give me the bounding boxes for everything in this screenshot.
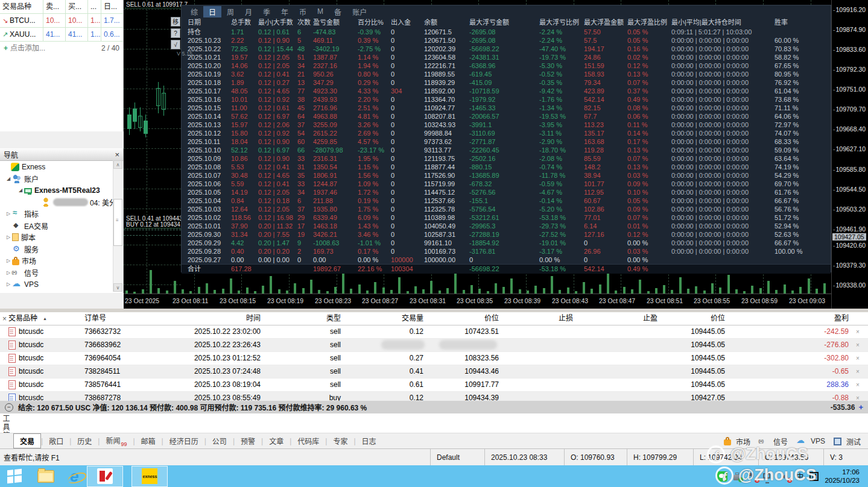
position-row[interactable]: btcusdc7366839622025.10.22 23:26:43sell1…	[0, 339, 868, 352]
market-watch-column-header[interactable]: ...	[88, 0, 101, 13]
trade-column-header[interactable]: 订单号	[71, 312, 184, 325]
toolbox-quick-信号[interactable]: 信号	[759, 436, 788, 447]
trade-column-header[interactable]: 价位	[662, 312, 730, 325]
market-watch-column-header[interactable]: 买...	[66, 0, 88, 13]
toolbox-tab-公司[interactable]: 公司	[206, 434, 233, 448]
internet-explorer-icon[interactable]: e	[70, 468, 78, 484]
tree-expand-icon[interactable]: ◢	[5, 176, 12, 181]
toolbox-tab-历史[interactable]: 历史	[71, 434, 98, 448]
tree-expand-icon[interactable]: ▷	[5, 281, 12, 287]
file-explorer-icon[interactable]	[37, 470, 54, 483]
toolbox-tab-代码库[interactable]: 代码库	[291, 434, 325, 448]
navigator-item[interactable]: ▷VPS	[0, 278, 123, 291]
navigator-item[interactable]: ▷指标	[0, 208, 123, 220]
trade-column-header[interactable]: 交易品种▲	[0, 312, 71, 325]
tree-expand-icon[interactable]: ◢	[17, 187, 24, 193]
navigator-item[interactable]: 服务	[0, 244, 123, 256]
help-button[interactable]: ?	[171, 28, 180, 38]
close-position-icon[interactable]: ×	[854, 379, 868, 391]
scroll-up-icon[interactable]: ∧	[113, 160, 122, 169]
trade-column-header[interactable]: 盈利	[730, 312, 854, 325]
toolbox-quick-测试[interactable]: 测试	[834, 436, 861, 447]
market-watch-column-header[interactable]: 交易品种	[0, 0, 43, 13]
chart-period-季[interactable]: 季	[258, 6, 276, 17]
volume-muted-icon[interactable]: x	[779, 471, 790, 482]
close-position-icon[interactable]: ×	[854, 325, 868, 338]
chart-period-日[interactable]: 日	[203, 6, 221, 17]
toolbox-tab-交易[interactable]: 交易	[13, 433, 41, 448]
chart-period-月[interactable]: 月	[239, 6, 258, 17]
trade-column-header[interactable]: 时间	[184, 312, 265, 325]
market-watch-row[interactable]: ↗XAUU...41...41...1...0.6...	[0, 28, 123, 42]
chart-period-年[interactable]: 年	[276, 6, 294, 17]
trade-column-header[interactable]: 类型	[265, 312, 346, 325]
toolbox-tab-日志[interactable]: 日志	[356, 434, 382, 448]
add-symbol-button[interactable]: +点击添加...	[4, 42, 45, 55]
market-watch-column-header[interactable]: 日...	[101, 0, 123, 13]
scrollbar-thumb[interactable]	[113, 199, 122, 246]
toolbox-tab-文章[interactable]: 文章	[263, 434, 290, 448]
navigator-item[interactable]: ◢Exness-MT5Real23	[0, 184, 123, 196]
navigator-item[interactable]: ◢账户	[0, 173, 123, 185]
position-row[interactable]: btcusdc7366327322025.10.22 23:02:00sell0…	[0, 325, 868, 339]
collapse-icon[interactable]: −	[5, 403, 13, 412]
close-icon[interactable]: ×	[2, 315, 7, 323]
move-button[interactable]: 移	[171, 17, 180, 27]
toolbox-tab-敞口[interactable]: 敞口	[43, 434, 69, 448]
trade-column-header[interactable]: 价位	[428, 312, 504, 325]
position-open-price: 107423.51	[428, 325, 504, 338]
m-tray-icon[interactable]: M	[809, 472, 819, 481]
toolbox-tab-预警[interactable]: 预警	[235, 434, 261, 448]
stats-cell: -2.90 %	[539, 137, 584, 146]
close-icon[interactable]: ×	[115, 150, 119, 159]
market-watch-column-header[interactable]: 卖...	[43, 0, 66, 13]
navigator-item[interactable]: ▷脚本	[0, 231, 123, 244]
check-button[interactable]: √	[171, 40, 180, 49]
status-segment: 2025.10.23 08:33	[484, 449, 564, 465]
close-position-icon[interactable]: ×	[854, 339, 868, 351]
scroll-down-icon[interactable]: ∨	[113, 283, 122, 292]
navigator-scrollbar[interactable]: ∧ ∨	[113, 160, 122, 292]
navigator-item[interactable]: ▷信号	[0, 267, 123, 279]
network-icon[interactable]	[763, 471, 773, 482]
trade-column-header[interactable]: 止盈	[578, 312, 662, 325]
chart-area[interactable]: SELL 0.61 at 109917.7 SELL 0.41 at 10944…	[124, 0, 831, 309]
usb-device-icon[interactable]	[733, 475, 741, 480]
expand-icon[interactable]: +	[858, 403, 863, 412]
taskbar-app-red-p[interactable]	[87, 466, 123, 487]
chart-period-综[interactable]: 综	[185, 6, 203, 17]
wechat-icon[interactable]	[717, 471, 727, 482]
toolbox-tab-新闻[interactable]: 新闻99	[100, 433, 133, 448]
navigator-item[interactable]: 04: 美分	[0, 196, 123, 209]
position-row[interactable]: btcusdc7385764412025.10.23 08:19:04sell0…	[0, 379, 868, 392]
chart-period-周[interactable]: 周	[221, 6, 239, 17]
toolbox-tab-专家[interactable]: 专家	[327, 434, 353, 448]
start-button[interactable]	[7, 469, 22, 484]
tree-expand-icon[interactable]: ▷	[5, 258, 12, 263]
toolbox-tab-经济日历[interactable]: 经济日历	[163, 434, 204, 448]
close-position-icon[interactable]: ×	[854, 352, 868, 365]
flag-alert-icon[interactable]: x	[747, 471, 757, 482]
close-position-icon[interactable]: ×	[854, 365, 868, 378]
chart-period-币[interactable]: 币	[294, 6, 312, 17]
tree-expand-icon[interactable]: ▷	[5, 211, 12, 216]
taskbar-app-exness[interactable]: exness	[131, 466, 168, 487]
market-watch-row[interactable]: ↘BTCU...10...10...1...1.7...	[0, 14, 123, 28]
position-row[interactable]: btcusdc7382845112025.10.23 07:24:48sell0…	[0, 365, 868, 379]
navigator-item[interactable]: Exness	[0, 161, 123, 173]
chart-period-账户[interactable]: 账户	[347, 6, 372, 17]
chart-period-备[interactable]: 备	[329, 6, 347, 17]
toolbox-quick-VPS[interactable]: VPS	[796, 437, 825, 446]
position-row[interactable]: btcusdc7369640542025.10.23 01:12:52sell0…	[0, 352, 868, 365]
taskbar-clock[interactable]: 17:06 2025/10/23	[825, 468, 863, 485]
stats-cell: 0.00 %	[627, 256, 671, 264]
tree-expand-icon[interactable]: ▷	[5, 234, 12, 240]
chart-period-M[interactable]: M	[312, 7, 329, 16]
input-language-indicator[interactable]: 中	[796, 471, 803, 482]
navigator-item[interactable]: ▷市场	[0, 255, 123, 267]
trade-column-header[interactable]: 交易量	[346, 312, 428, 325]
toolbox-quick-市场[interactable]: 市场	[724, 436, 750, 447]
toolbox-tab-邮箱[interactable]: 邮箱	[135, 434, 162, 448]
navigator-item[interactable]: EA交易	[0, 220, 123, 232]
trade-column-header[interactable]: 止损	[504, 312, 578, 325]
